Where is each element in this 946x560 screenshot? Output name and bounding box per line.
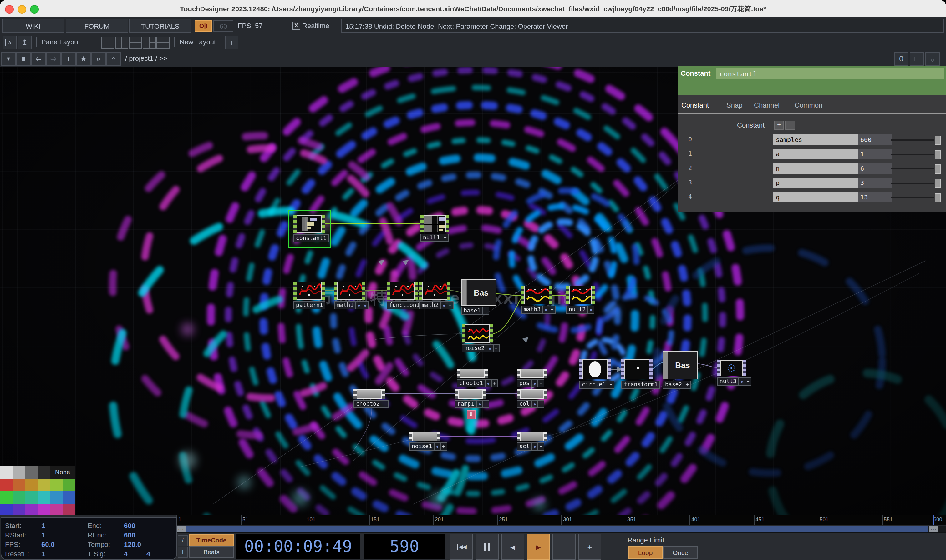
node-circle1[interactable] bbox=[579, 359, 611, 379]
output-connector[interactable] bbox=[743, 360, 746, 376]
input-connector[interactable] bbox=[419, 282, 422, 300]
node-viewer[interactable] bbox=[524, 286, 549, 305]
palette-swatch[interactable] bbox=[12, 504, 25, 516]
stop-icon[interactable]: ■ bbox=[16, 52, 31, 66]
node-label-noise1[interactable]: noise1●+ bbox=[409, 443, 447, 451]
node-viewer[interactable] bbox=[422, 282, 448, 300]
realtime-checkbox[interactable]: X bbox=[292, 22, 300, 30]
input-connector[interactable] bbox=[517, 389, 520, 399]
node-viewer[interactable] bbox=[582, 359, 608, 379]
node-body[interactable]: Bas bbox=[662, 351, 698, 379]
input-connector[interactable] bbox=[621, 359, 624, 379]
output-connector[interactable] bbox=[544, 432, 547, 441]
comp-viewer[interactable]: Bas bbox=[467, 280, 495, 305]
output-connector[interactable] bbox=[544, 389, 547, 399]
node-flag-plus-icon[interactable]: + bbox=[441, 443, 447, 451]
node-body[interactable]: Bas bbox=[461, 279, 496, 306]
target-fps-value[interactable]: 60 bbox=[213, 20, 233, 32]
param-name-input[interactable]: n bbox=[773, 163, 859, 174]
param-slider-handle[interactable] bbox=[935, 193, 941, 203]
palette-swatch[interactable] bbox=[12, 479, 25, 491]
param-slider-track[interactable] bbox=[891, 139, 934, 141]
timeline-scrollbar[interactable]: ... ... bbox=[176, 526, 946, 532]
new-layout-add-button[interactable]: + bbox=[225, 35, 238, 49]
wire[interactable] bbox=[300, 440, 409, 467]
node-flag-plus-icon[interactable]: + bbox=[483, 400, 489, 408]
node-label-base1[interactable]: base1+ bbox=[461, 307, 489, 315]
node-base1[interactable]: Bas bbox=[461, 279, 496, 306]
node-viewer[interactable] bbox=[424, 215, 446, 232]
param-slider-track[interactable] bbox=[891, 168, 934, 169]
node-viewer[interactable] bbox=[720, 360, 743, 376]
node-viewer[interactable] bbox=[520, 389, 544, 399]
node-display-dot-icon[interactable]: ● bbox=[588, 306, 594, 314]
wire[interactable] bbox=[496, 294, 521, 295]
node-null2[interactable] bbox=[566, 286, 595, 305]
collapse-icon[interactable]: ∧ bbox=[3, 35, 17, 49]
pane-preset-single[interactable] bbox=[101, 37, 114, 49]
node-flag-plus-icon[interactable]: + bbox=[745, 377, 752, 386]
node-flag-plus-icon[interactable]: + bbox=[442, 234, 449, 242]
palette-swatch[interactable] bbox=[37, 491, 50, 504]
node-viewer[interactable] bbox=[356, 389, 382, 399]
param-slider-track[interactable] bbox=[891, 183, 934, 184]
input-connector[interactable] bbox=[566, 286, 569, 305]
tab-common[interactable]: Common bbox=[795, 101, 823, 109]
palette-swatch[interactable] bbox=[0, 491, 12, 504]
node-display-dot-icon[interactable]: ● bbox=[543, 306, 549, 314]
node-null1[interactable] bbox=[420, 215, 449, 232]
wire[interactable] bbox=[493, 298, 521, 334]
node-label-math2[interactable]: math2●+ bbox=[419, 301, 454, 309]
node-chopto2[interactable] bbox=[353, 389, 385, 399]
output-connector[interactable] bbox=[549, 286, 552, 305]
output-connector[interactable] bbox=[650, 359, 653, 379]
output-connector[interactable] bbox=[544, 369, 547, 378]
node-pos[interactable] bbox=[517, 369, 547, 378]
once-button[interactable]: Once bbox=[663, 546, 698, 559]
node-math3[interactable] bbox=[521, 286, 552, 305]
output-connector[interactable] bbox=[415, 282, 418, 300]
node-label-math1[interactable]: math1●● bbox=[334, 301, 369, 309]
node-viewer[interactable] bbox=[520, 432, 544, 441]
node-viewer[interactable] bbox=[296, 215, 322, 233]
palette-swatch[interactable] bbox=[63, 479, 75, 491]
output-connector[interactable] bbox=[448, 282, 451, 300]
node-flag-plus-icon[interactable]: + bbox=[448, 301, 454, 309]
node-flag-plus-icon[interactable]: + bbox=[549, 306, 556, 314]
node-flag-plus-icon[interactable]: + bbox=[539, 379, 545, 388]
palette-none-button[interactable]: None bbox=[50, 466, 75, 479]
remove-page-button[interactable]: - bbox=[785, 121, 795, 130]
network-overview-search-icon[interactable]: ⌕ bbox=[91, 52, 106, 66]
input-connector[interactable] bbox=[457, 369, 460, 378]
node-transform1[interactable] bbox=[621, 359, 653, 379]
param-value-input[interactable]: 1 bbox=[858, 149, 892, 159]
scrollbar-right-handle[interactable]: ... bbox=[929, 526, 938, 532]
forum-button[interactable]: FORUM bbox=[66, 19, 128, 33]
node-label-null2[interactable]: null2● bbox=[566, 306, 594, 314]
tutorials-button[interactable]: TUTORIALS bbox=[129, 19, 191, 33]
palette-swatch[interactable] bbox=[50, 504, 63, 516]
node-flag-plus-icon[interactable]: + bbox=[483, 307, 489, 315]
add-operator-icon[interactable]: + bbox=[61, 52, 76, 66]
tab-snap[interactable]: Snap bbox=[726, 101, 742, 109]
output-connector[interactable] bbox=[483, 389, 486, 399]
output-connector[interactable] bbox=[490, 325, 493, 343]
param-value-input[interactable]: 13 bbox=[858, 192, 892, 203]
node-flag-plus-icon[interactable]: + bbox=[382, 400, 389, 408]
node-label-pattern1[interactable]: pattern1 bbox=[293, 301, 326, 309]
node-noise2[interactable] bbox=[462, 325, 493, 343]
node-label-ramp1[interactable]: ramp1●+ bbox=[455, 400, 489, 408]
param-value-input[interactable]: 3 bbox=[858, 177, 892, 188]
tab-channel[interactable]: Channel bbox=[754, 101, 779, 109]
palette-swatch[interactable] bbox=[37, 479, 50, 491]
palette-swatch[interactable] bbox=[12, 491, 25, 504]
dock-jump-icon[interactable]: ⇩ bbox=[925, 52, 940, 66]
node-label-constant1[interactable]: constant1 bbox=[293, 234, 329, 243]
pause-button[interactable] bbox=[475, 534, 498, 560]
node-viewer[interactable] bbox=[390, 282, 415, 300]
node-label-null3[interactable]: null3●+ bbox=[717, 377, 752, 386]
node-label-function1[interactable]: function1 bbox=[387, 301, 422, 309]
input-connector[interactable] bbox=[462, 325, 465, 343]
node-label-base2[interactable]: base2+ bbox=[662, 381, 691, 389]
home-icon[interactable]: ⌂ bbox=[106, 52, 121, 66]
